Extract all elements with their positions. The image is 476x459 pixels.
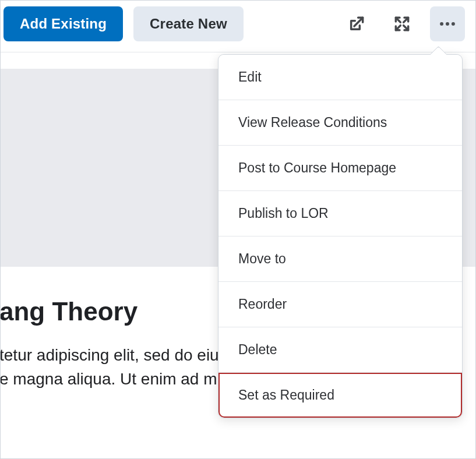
svg-point-0	[440, 22, 443, 26]
more-actions-dropdown: EditView Release ConditionsPost to Cours…	[218, 54, 463, 418]
dropdown-item-move-to[interactable]: Move to	[218, 236, 462, 282]
dropdown-item-delete[interactable]: Delete	[218, 327, 462, 373]
svg-point-1	[446, 22, 449, 26]
dropdown-item-set-as-required[interactable]: Set as Required	[218, 373, 462, 418]
add-existing-button[interactable]: Add Existing	[3, 6, 123, 41]
more-actions-button[interactable]	[430, 6, 465, 41]
svg-point-2	[452, 22, 455, 26]
toolbar: Add Existing Create New	[1, 1, 475, 52]
dropdown-item-reorder[interactable]: Reorder	[218, 282, 462, 327]
dropdown-item-edit[interactable]: Edit	[218, 55, 462, 100]
dropdown-item-post-to-course-homepage[interactable]: Post to Course Homepage	[218, 146, 462, 191]
open-new-window-button[interactable]	[339, 6, 374, 41]
fullscreen-button[interactable]	[385, 6, 419, 41]
dropdown-item-view-release-conditions[interactable]: View Release Conditions	[218, 100, 462, 146]
create-new-button[interactable]: Create New	[133, 6, 244, 41]
ellipsis-icon	[438, 14, 457, 34]
dropdown-item-publish-to-lor[interactable]: Publish to LOR	[218, 191, 462, 236]
expand-icon	[393, 15, 411, 33]
external-link-icon	[347, 15, 366, 33]
